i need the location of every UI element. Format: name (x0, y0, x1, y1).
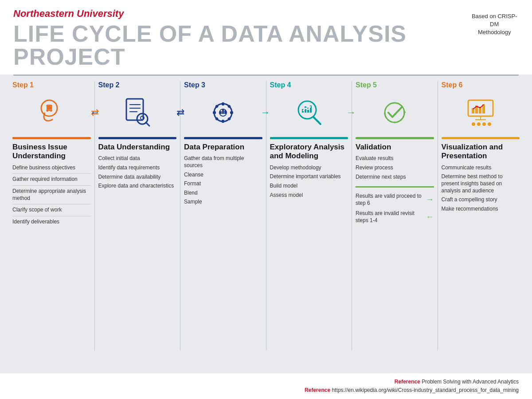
svg-line-24 (313, 117, 321, 124)
step2-label: Step 2 (98, 81, 177, 89)
step1-title: Business Issue Understanding (12, 143, 91, 161)
step3-title: Data Preparation (184, 143, 262, 152)
step6-title: Visualization and Presentation (442, 143, 520, 161)
svg-point-39 (477, 122, 481, 126)
step5-item-3: Determine next steps (356, 174, 434, 181)
step5-title: Validation (356, 143, 434, 152)
svg-rect-22 (224, 110, 226, 114)
step4-label: Step 4 (270, 81, 348, 89)
svg-rect-14 (213, 111, 216, 114)
step2-item-1: Collect initial data (98, 155, 177, 162)
step2-item-2: Identify data requirements (98, 164, 177, 172)
step4-bar (270, 137, 348, 139)
step6-icon (465, 97, 497, 129)
ref2-label: Reference (305, 387, 330, 393)
step2-arrow-left: ← (90, 108, 100, 117)
ref1-text: Problem Solving with Advanced Analytics (420, 379, 519, 385)
svg-point-38 (472, 122, 475, 126)
step5-arrow-left: ← (426, 212, 434, 222)
main-title: LIFE CYCLE OF A DATA ANALYSIS PROJECT (13, 22, 470, 68)
step6-item-3: Craft a compelling story (442, 196, 520, 203)
step1-item-1: Define business objectives (12, 164, 91, 174)
step2-items: Collect initial data Identify data requi… (98, 155, 177, 192)
step6-item-1: Communicate results (442, 164, 520, 172)
step1-icon (36, 97, 67, 128)
step3-icon (207, 97, 239, 129)
step-1: Step 1 ⇄ Business Issue Understanding (9, 76, 94, 351)
svg-rect-20 (220, 111, 222, 114)
step1-bar (12, 137, 91, 139)
step5-result-valid: Results are valid proceed to step 6 → (356, 193, 434, 207)
step1-item-5: Identify deliverables (12, 219, 91, 226)
step3-label: Step 3 (184, 81, 262, 89)
step6-icon-area (442, 93, 520, 133)
step5-arrow-right: → (426, 195, 434, 205)
svg-rect-12 (222, 102, 224, 106)
step6-items: Communicate results Determine best metho… (442, 164, 520, 215)
university-name: Northeastern University (13, 8, 470, 20)
ref1-label: Reference (395, 379, 420, 385)
steps-container: Step 1 ⇄ Business Issue Understanding (0, 76, 532, 351)
step-6: Step 6 (438, 76, 524, 351)
step2-item-4: Explore data and characteristics (98, 183, 177, 190)
svg-point-41 (488, 122, 491, 126)
step3-bar (184, 137, 262, 139)
svg-point-1 (47, 106, 51, 110)
step4-item-4: Assess model (270, 192, 348, 199)
step5-items: Evaluate results Review process Determin… (356, 155, 434, 183)
step-3: Step 3 (180, 76, 266, 351)
step5-icon (379, 97, 411, 129)
svg-rect-26 (305, 106, 306, 113)
step6-bar (442, 137, 520, 139)
step1-item-4: Clarify scope of work (12, 207, 91, 216)
step4-item-1: Develop methodology (270, 164, 348, 172)
step3-icon-area: ← → (184, 93, 262, 133)
svg-rect-15 (230, 111, 233, 114)
step5-item-1: Evaluate results (356, 155, 434, 162)
header-right: Based on CRISP-DM Methodology (470, 12, 519, 37)
step-2: Step 2 ← ⇄ Data Understanding Collect (95, 76, 180, 351)
step5-result-valid-text: Results are valid proceed to step 6 (356, 193, 423, 207)
step4-item-2: Determine important variables (270, 173, 348, 180)
step5-icon-area (356, 93, 434, 133)
step3-arrow-left: ← (176, 108, 186, 117)
step3-item-4: Blend (184, 190, 262, 197)
step3-item-1: Gather data from multiple sources (184, 155, 262, 169)
step3-item-3: Format (184, 180, 262, 188)
step5-result-invalid: Results are invalid revisit steps 1-4 ← (356, 210, 434, 224)
step6-item-2: Determine best method to present insight… (442, 173, 520, 194)
step3-item-5: Sample (184, 199, 262, 206)
svg-point-40 (482, 122, 486, 126)
step6-label: Step 6 (442, 81, 520, 89)
step4-item-3: Build model (270, 183, 348, 190)
step1-item-3: Determine appropriate analysis method (12, 188, 91, 204)
step2-icon (122, 97, 153, 129)
step1-label: Step 1 (12, 81, 91, 89)
step1-items: Define business objectives Gather requir… (12, 164, 91, 228)
page: Northeastern University LIFE CYCLE OF A … (0, 0, 532, 399)
step4-title: Exploratory Analysis and Modeling (270, 143, 348, 161)
step5-result-invalid-text: Results are invalid revisit steps 1-4 (356, 210, 423, 224)
footer-ref1: Reference Problem Solving with Advanced … (13, 378, 519, 386)
step4-items: Develop methodology Determine important … (270, 164, 348, 201)
step2-item-3: Determine data availability (98, 174, 177, 181)
step4-icon-area: → (270, 93, 348, 133)
step-5: Step 5 Validation Evaluate results Revie… (352, 76, 438, 351)
subtitle-line2: Methodology (478, 29, 511, 35)
ref2-text: https://en.wikipedia.org/wiki/Cross-indu… (330, 387, 519, 393)
footer: Reference Problem Solving with Advanced … (0, 373, 532, 399)
header-left: Northeastern University LIFE CYCLE OF A … (13, 8, 470, 68)
header: Northeastern University LIFE CYCLE OF A … (0, 0, 532, 74)
step5-label: Step 5 (356, 81, 434, 89)
step3-item-2: Cleanse (184, 172, 262, 179)
step4-icon (293, 97, 325, 129)
step5-divider (356, 186, 434, 188)
step2-icon-area: ← ⇄ (98, 93, 177, 133)
step-4: Step 4 → Exploratory Analysis and Model (266, 76, 352, 351)
step2-bar (98, 137, 177, 139)
step3-items: Gather data from multiple sources Cleans… (184, 155, 262, 208)
step3-arrow-right: → (261, 108, 270, 117)
footer-ref2: Reference https://en.wikipedia.org/wiki/… (13, 386, 519, 395)
svg-rect-21 (222, 110, 224, 114)
step2-title: Data Understanding (98, 143, 177, 152)
